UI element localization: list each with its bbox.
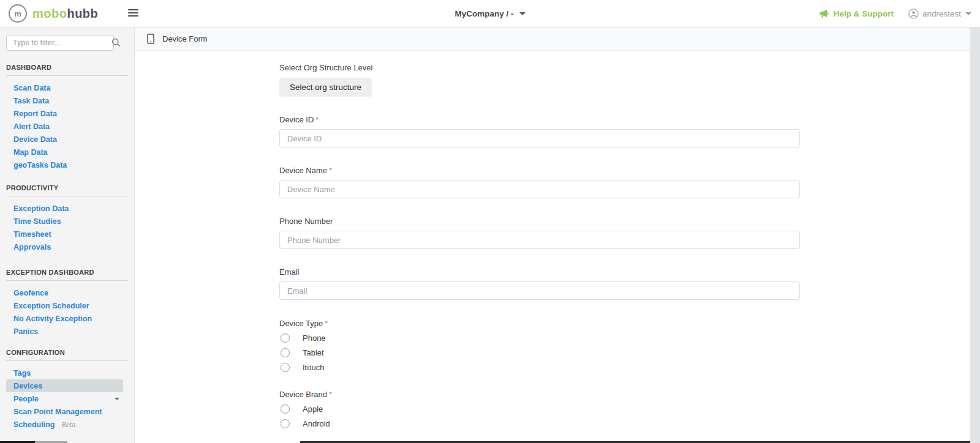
section-title: CONFIGURATION	[6, 349, 128, 356]
section-title: PRODUCTIVITY	[6, 184, 128, 192]
sidebar-item-timesheet[interactable]: Timesheet	[6, 228, 123, 240]
sidebar-section-exception-dashboard: EXCEPTION DASHBOARD Geofence Exception S…	[0, 269, 134, 338]
radio-option-phone[interactable]: Phone	[279, 330, 800, 345]
sidebar-item-device-data[interactable]: Device Data	[6, 133, 123, 146]
main-content: Select Org Structure Level Select org st…	[135, 51, 970, 443]
vertical-scrollbar[interactable]	[970, 28, 980, 443]
username-label: andrestest	[922, 9, 961, 18]
device-id-label: Device ID*	[279, 115, 800, 124]
sidebar-item-exception-scheduler[interactable]: Exception Scheduler	[6, 299, 123, 312]
sidebar-item-label: People	[13, 395, 39, 403]
sidebar-item-task-data[interactable]: Task Data	[6, 94, 123, 107]
sidebar-item-report-data[interactable]: Report Data	[6, 107, 123, 120]
sidebar-item-time-studies[interactable]: Time Studies	[6, 215, 123, 228]
sidebar-item-map-data[interactable]: Map Data	[6, 146, 123, 158]
help-support-link[interactable]: Help & Support	[819, 9, 894, 18]
page-title: Device Form	[162, 34, 208, 43]
radio-option-label[interactable]: Itouch	[303, 363, 324, 372]
phone-number-label: Phone Number	[279, 217, 800, 226]
required-marker: *	[329, 390, 332, 399]
sidebar-item-label: Scheduling	[13, 420, 55, 429]
radio-option-apple[interactable]: Apple	[279, 401, 800, 416]
device-brand-label: Device Brand*	[279, 390, 800, 399]
beta-badge: Beta	[61, 421, 75, 428]
sidebar-item-scan-point-management[interactable]: Scan Point Management	[6, 405, 123, 418]
device-icon	[147, 34, 154, 44]
field-label-text: Device Type	[279, 319, 323, 328]
help-support-label: Help & Support	[834, 9, 894, 18]
sidebar-section-dashboard: DASHBOARD Scan Data Task Data Report Dat…	[0, 64, 134, 171]
sidebar-filter	[6, 35, 128, 51]
itouch-radio[interactable]	[281, 363, 290, 372]
sidebar-item-approvals[interactable]: Approvals	[6, 240, 123, 253]
radio-option-tablet[interactable]: Tablet	[279, 345, 800, 360]
chevron-down-icon	[115, 398, 119, 400]
section-title: EXCEPTION DASHBOARD	[6, 269, 128, 276]
company-selector[interactable]: MyCompany / -	[454, 9, 525, 18]
user-menu[interactable]: andrestest	[908, 9, 971, 19]
radio-option-label[interactable]: Tablet	[303, 348, 324, 357]
required-marker: *	[325, 319, 328, 328]
org-structure-label: Select Org Structure Level	[279, 63, 800, 72]
android-radio[interactable]	[281, 419, 290, 428]
chevron-down-icon	[519, 12, 526, 15]
divider	[6, 280, 128, 281]
email-input[interactable]	[279, 281, 800, 300]
logo-word-mobo: mobo	[32, 7, 67, 20]
field-label-text: Device Name	[279, 166, 327, 175]
logo-wordmark: mobohubb	[32, 7, 98, 21]
required-marker: *	[315, 115, 318, 124]
field-label-text: Device ID	[279, 115, 314, 124]
apple-radio[interactable]	[281, 404, 290, 414]
sidebar-item-scan-data[interactable]: Scan Data	[6, 81, 123, 94]
radio-option-android[interactable]: Android	[279, 416, 800, 431]
phone-number-input[interactable]	[279, 231, 800, 249]
divider	[6, 196, 128, 196]
device-type-group: Phone Tablet Itouch	[279, 330, 800, 374]
search-icon	[111, 38, 121, 47]
device-type-label: Device Type*	[279, 319, 800, 328]
sidebar-item-geofence[interactable]: Geofence	[6, 286, 123, 299]
device-form: Select Org Structure Level Select org st…	[279, 51, 800, 431]
select-org-structure-button[interactable]: Select org structure	[279, 78, 372, 97]
divider	[6, 360, 128, 361]
sidebar: DASHBOARD Scan Data Task Data Report Dat…	[0, 28, 135, 443]
divider	[6, 75, 128, 76]
radio-option-label[interactable]: Apple	[303, 404, 323, 414]
header-right: Help & Support andrestest	[819, 0, 971, 28]
phone-radio[interactable]	[281, 333, 290, 343]
device-name-label: Device Name*	[279, 166, 800, 175]
radio-option-label[interactable]: Android	[303, 419, 330, 428]
user-avatar-icon	[908, 9, 919, 19]
device-id-input[interactable]	[279, 129, 800, 147]
logo-word-hubb: hubb	[67, 7, 98, 20]
chevron-down-icon	[965, 12, 971, 15]
section-title: DASHBOARD	[6, 64, 128, 71]
radio-option-label[interactable]: Phone	[303, 333, 326, 343]
app-window: m mobohubb MyCompany / - Help & Support	[0, 0, 980, 443]
sidebar-section-productivity: PRODUCTIVITY Exception Data Time Studies…	[0, 184, 134, 253]
filter-input[interactable]	[6, 35, 114, 51]
page-title-bar: Device Form	[135, 28, 970, 51]
logo-monogram-icon: m	[9, 4, 27, 23]
tablet-radio[interactable]	[281, 348, 290, 357]
megaphone-icon	[819, 9, 829, 18]
sidebar-item-devices[interactable]: Devices	[6, 379, 123, 392]
sidebar-item-people[interactable]: People	[6, 392, 123, 405]
company-selector-label: MyCompany / -	[454, 9, 513, 18]
sidebar-item-tags[interactable]: Tags	[6, 367, 123, 379]
sidebar-item-scheduling[interactable]: Scheduling Beta	[6, 418, 123, 431]
sidebar-item-alert-data[interactable]: Alert Data	[6, 120, 123, 133]
device-name-input[interactable]	[279, 180, 800, 198]
radio-option-itouch[interactable]: Itouch	[279, 360, 800, 374]
top-header: m mobohubb MyCompany / - Help & Support	[0, 0, 980, 28]
sidebar-item-geotasks-data[interactable]: geoTasks Data	[6, 158, 123, 171]
logo[interactable]: m mobohubb	[9, 4, 98, 23]
sidebar-item-no-activity-exception[interactable]: No Activity Exception	[6, 312, 123, 325]
sidebar-item-panics[interactable]: Panics	[6, 325, 123, 338]
field-label-text: Device Brand	[279, 390, 327, 399]
email-label: Email	[279, 267, 800, 277]
menu-icon[interactable]	[128, 9, 138, 17]
sidebar-item-exception-data[interactable]: Exception Data	[6, 202, 123, 215]
device-brand-group: Apple Android	[279, 401, 800, 431]
